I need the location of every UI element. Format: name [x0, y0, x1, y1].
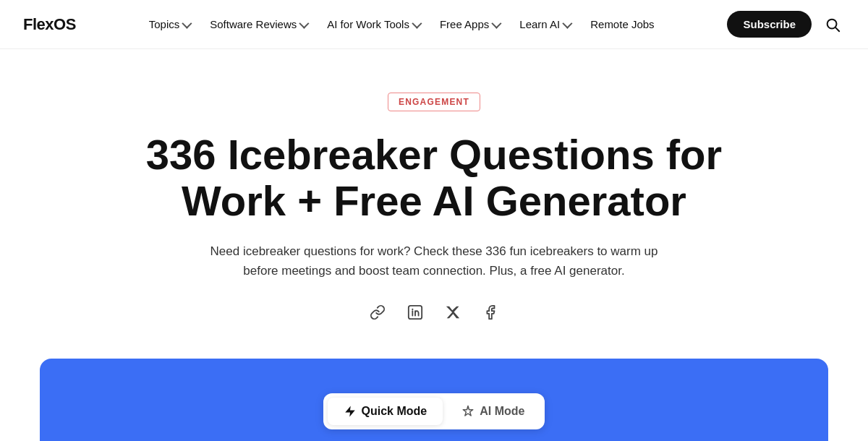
share-icons — [366, 301, 502, 324]
category-badge[interactable]: ENGAGEMENT — [388, 93, 480, 111]
linkedin-icon — [407, 304, 423, 320]
chevron-down-icon — [563, 18, 573, 28]
svg-marker-5 — [345, 406, 355, 416]
svg-point-4 — [412, 309, 413, 310]
x-share-button[interactable] — [441, 301, 464, 324]
chevron-down-icon — [182, 18, 192, 28]
facebook-icon — [482, 304, 498, 320]
chevron-down-icon — [412, 18, 422, 28]
main-content: ENGAGEMENT 336 Icebreaker Questions for … — [0, 49, 868, 441]
blue-section: Quick Mode AI Mode — [40, 359, 828, 441]
nav-topics[interactable]: Topics — [140, 14, 199, 35]
copy-link-button[interactable] — [366, 301, 389, 324]
page-description: Need icebreaker questions for work? Chec… — [210, 241, 658, 281]
nav-links: Topics Software Reviews AI for Work Tool… — [140, 14, 663, 35]
nav-ai-work-tools[interactable]: AI for Work Tools — [318, 14, 428, 35]
subscribe-button[interactable]: Subscribe — [727, 11, 812, 38]
chevron-down-icon — [492, 18, 502, 28]
quick-mode-icon — [344, 405, 357, 418]
nav-learn-ai[interactable]: Learn AI — [511, 14, 579, 35]
svg-line-1 — [835, 27, 839, 31]
page-title: 336 Icebreaker Questions for Work + Free… — [145, 132, 723, 224]
x-icon — [445, 304, 461, 320]
quick-mode-button[interactable]: Quick Mode — [328, 398, 443, 425]
nav-free-apps[interactable]: Free Apps — [431, 14, 508, 35]
link-icon — [370, 304, 386, 320]
nav-right: Subscribe — [727, 11, 845, 38]
ai-mode-icon — [461, 405, 475, 418]
mode-toggle: Quick Mode AI Mode — [323, 393, 545, 429]
nav-remote-jobs[interactable]: Remote Jobs — [582, 14, 663, 35]
logo[interactable]: FlexOS — [23, 15, 76, 34]
ai-mode-button[interactable]: AI Mode — [446, 398, 540, 425]
search-icon — [825, 17, 841, 33]
facebook-share-button[interactable] — [479, 301, 502, 324]
chevron-down-icon — [299, 18, 310, 28]
navbar: FlexOS Topics Software Reviews AI for Wo… — [0, 0, 868, 49]
nav-software-reviews[interactable]: Software Reviews — [201, 14, 315, 35]
linkedin-share-button[interactable] — [404, 301, 427, 324]
search-button[interactable] — [820, 12, 845, 37]
